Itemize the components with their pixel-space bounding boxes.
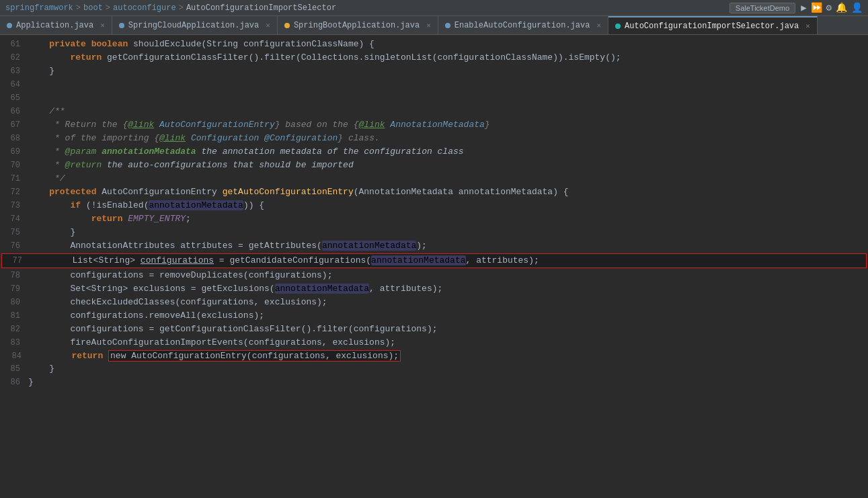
code-line-71: 71 */ (0, 172, 868, 185)
code-line-75: 75 } (0, 226, 868, 239)
tab-dot-application (7, 23, 12, 28)
code-line-69: 69 * @param annotationMetadata the annot… (0, 145, 868, 159)
settings-icon[interactable]: ⚙ (826, 2, 832, 13)
tab-dot-enableauto (445, 23, 450, 28)
code-line-79: 79 Set<String> exclusions = getExclusion… (0, 282, 868, 296)
code-line-82: 82 configurations = getConfigurationClas… (0, 323, 868, 336)
tab-label-springcloud: SpringCloudApplication.java (128, 21, 259, 30)
run-icon[interactable]: ▶ (801, 2, 806, 13)
code-line-65: 65 (0, 91, 868, 105)
code-line-68: 68 * of the importing {@link Configurati… (0, 132, 868, 145)
toolbar-icons: ▶ ⏩ ⚙ 🔔 👤 (801, 2, 863, 13)
breadcrumb-current: AutoConfigurationImportSelector (186, 3, 336, 13)
code-line-76: 76 AnnotationAttributes attributes = get… (0, 239, 868, 253)
code-line-66: 66 /** (0, 105, 868, 118)
tab-close-springcloud[interactable]: ✕ (266, 21, 270, 30)
code-line-73: 73 if (!isEnabled(annotationMetadata)) { (0, 199, 868, 212)
breadcrumb-springframwork[interactable]: springframwork (5, 3, 73, 13)
editor-area[interactable]: 61 private boolean shouldExclude(String … (0, 35, 868, 498)
tab-close-application[interactable]: ✕ (100, 21, 105, 30)
tab-application[interactable]: Application.java ✕ (0, 16, 112, 34)
code-line-64: 64 (0, 78, 868, 91)
debug-icon[interactable]: ⏩ (811, 2, 822, 13)
tab-label-springboot: SpringBootApplication.java (294, 21, 420, 30)
tab-bar: Application.java ✕ SpringCloudApplicatio… (0, 16, 868, 35)
breadcrumb: springframwork > boot > autoconfigure > … (5, 3, 336, 13)
tab-dot-springcloud (119, 23, 124, 28)
tab-springboot[interactable]: SpringBootApplication.java ✕ (278, 16, 438, 34)
tab-enableauto[interactable]: EnableAutoConfiguration.java ✕ (438, 16, 608, 34)
project-button[interactable]: SaleTicketDemo (729, 3, 795, 13)
code-line-85: 85 } (0, 362, 868, 376)
breadcrumb-boot[interactable]: boot (83, 3, 103, 13)
code-line-72: 72 protected AutoConfigurationEntry getA… (0, 185, 868, 199)
tab-autoconfigimport[interactable]: AutoConfigurationImportSelector.java ✕ (608, 16, 818, 34)
tab-label-application: Application.java (16, 21, 93, 30)
code-line-74: 74 return EMPTY_ENTRY; (0, 212, 868, 226)
code-line-78: 78 configurations = removeDuplicates(con… (0, 269, 868, 282)
notification-icon[interactable]: 🔔 (836, 2, 847, 13)
tab-dot-autoconfigimport (615, 24, 621, 29)
tab-close-springboot[interactable]: ✕ (426, 21, 431, 30)
code-line-86: 86 } (0, 376, 868, 389)
breadcrumb-bar: springframwork > boot > autoconfigure > … (0, 0, 868, 16)
code-line-81: 81 configurations.removeAll(exclusions); (0, 309, 868, 323)
code-line-80: 80 checkExcludedClasses(configurations, … (0, 296, 868, 309)
code-line-77: 77 List<String> configurations = getCand… (2, 254, 866, 267)
breadcrumb-autoconfigure[interactable]: autoconfigure (113, 3, 176, 13)
breadcrumb-right: SaleTicketDemo ▶ ⏩ ⚙ 🔔 👤 (729, 2, 863, 13)
tab-dot-springboot (284, 23, 290, 28)
tab-springcloud[interactable]: SpringCloudApplication.java ✕ (112, 16, 278, 34)
code-line-67: 67 * Return the {@link AutoConfiguration… (0, 118, 868, 132)
tab-label-enableauto: EnableAutoConfiguration.java (455, 21, 590, 30)
tab-label-autoconfigimport: AutoConfigurationImportSelector.java (625, 22, 799, 31)
user-icon[interactable]: 👤 (851, 2, 863, 13)
code-line-63: 63 } (0, 65, 868, 78)
code-line-83: 83 fireAutoConfigurationImportEvents(con… (0, 336, 868, 349)
tab-close-enableauto[interactable]: ✕ (596, 21, 601, 30)
tab-close-autoconfigimport[interactable]: ✕ (805, 22, 810, 30)
code-line-61: 61 private boolean shouldExclude(String … (0, 38, 868, 51)
code-line-62: 62 return getConfigurationClassFilter().… (0, 51, 868, 65)
code-line-70: 70 * @return the auto-configurations tha… (0, 159, 868, 172)
